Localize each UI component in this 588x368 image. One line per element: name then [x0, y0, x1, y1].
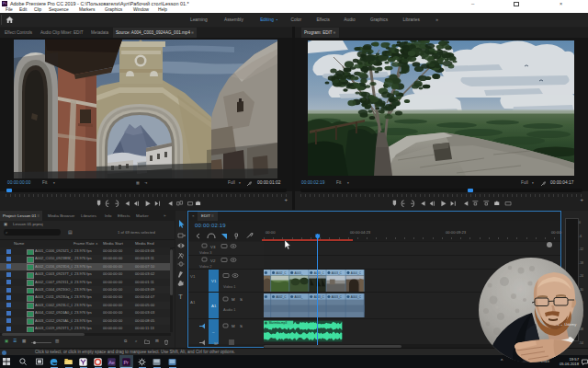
svg-text:⌄⌄ Udemy: ⌄⌄ Udemy: [557, 322, 577, 327]
svg-text:Marimba.mp3: Marimba.mp3: [269, 321, 288, 325]
svg-text:A1: A1: [190, 300, 196, 305]
svg-text:A004_C: A004_C: [351, 271, 362, 275]
svg-text:A003_C: A003_C: [314, 271, 325, 275]
svg-text:Ae: Ae: [108, 359, 115, 364]
svg-text:Video 2: Video 2: [199, 264, 212, 269]
svg-text:V1: V1: [190, 274, 196, 279]
svg-text:A003_C: A003_C: [314, 295, 325, 299]
svg-text:A002_C: A002_C: [276, 271, 287, 275]
svg-text:A004_C: A004_C: [351, 295, 362, 299]
svg-text:Audio 1: Audio 1: [223, 307, 236, 312]
svg-text:A003_: A003_: [295, 271, 303, 275]
svg-text:Video 3: Video 3: [199, 250, 212, 255]
svg-text:T: T: [178, 293, 183, 301]
svg-text:V1: V1: [211, 279, 217, 283]
svg-text:Video 1: Video 1: [223, 284, 236, 289]
svg-text:M: M: [232, 297, 235, 302]
svg-text:S: S: [240, 324, 243, 328]
svg-text:V2: V2: [210, 259, 216, 263]
svg-text:A003_C: A003_C: [332, 271, 343, 275]
svg-text:A1: A1: [211, 304, 217, 308]
svg-text:A003_C: A003_C: [332, 295, 343, 299]
svg-text:M: M: [232, 324, 235, 328]
svg-text:S: S: [240, 297, 243, 302]
svg-text:A002_C: A002_C: [276, 295, 287, 299]
svg-text:M: M: [214, 341, 218, 346]
svg-text:V3: V3: [210, 245, 216, 249]
svg-text:A003_: A003_: [295, 295, 303, 299]
svg-text:Pr: Pr: [123, 359, 129, 364]
